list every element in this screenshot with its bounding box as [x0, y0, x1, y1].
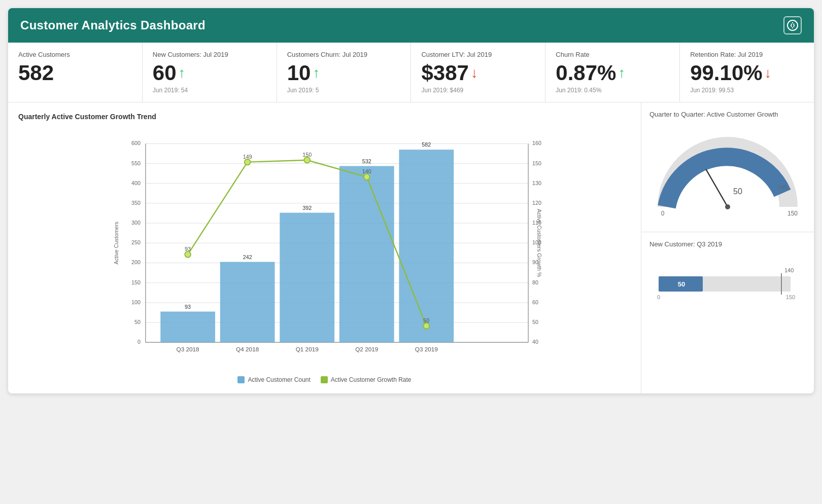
- dot-q2-2019: [364, 174, 370, 180]
- kpi-retention-value: 99.10% ↓: [690, 61, 804, 85]
- svg-text:200: 200: [131, 260, 141, 266]
- bar-label-q1-2019: 392: [302, 205, 312, 211]
- kpi-active-customers: Active Customers 582: [8, 43, 143, 102]
- kpi-churn-label: Customers Churn: Jul 2019: [287, 51, 401, 58]
- x-label-q4-2018: Q4 2018: [236, 346, 259, 352]
- kpi-ltv: Customer LTV: Jul 2019 $387 ↓ Jun 2019: …: [411, 43, 545, 102]
- bar-value-label: 50: [678, 280, 685, 288]
- kpi-retention-sub: Jun 2019: 99.53: [690, 87, 804, 94]
- new-customer-bar-svg: 50 140 0 150: [654, 266, 806, 307]
- dot-q3-2019: [423, 323, 429, 329]
- svg-text:550: 550: [131, 160, 141, 166]
- main-chart-svg: 0 50 100 150 200 250 300 350 400 550 600…: [18, 129, 631, 372]
- chart-section: Quarterly Active Customer Growth Trend: [8, 102, 641, 393]
- kpi-ltv-sub: Jun 2019: $469: [421, 87, 535, 94]
- legend-bar-color: [237, 376, 245, 383]
- kpi-churn: Customers Churn: Jul 2019 10 ↑ Jun 2019:…: [277, 43, 412, 102]
- bar-q2-2019: [339, 166, 394, 343]
- x-label-q3-2018: Q3 2018: [177, 346, 200, 352]
- bar-chart-container: 0 50 100 150 200 250 300 350 400 550 600…: [18, 129, 631, 372]
- kpi-new-customers-label: New Customers: Jul 2019: [153, 51, 266, 58]
- kpi-churn-rate-value: 0.87% ↑: [556, 61, 669, 85]
- x-label-q3-2019: Q3 2019: [415, 346, 438, 352]
- bar-section: New Customer: Q3 2019 50 140: [641, 232, 814, 321]
- dashboard-title: Customer Analytics Dashboard: [20, 18, 206, 32]
- svg-text:140: 140: [778, 184, 787, 190]
- svg-text:0: 0: [661, 210, 665, 217]
- kpi-ltv-label: Customer LTV: Jul 2019: [421, 51, 535, 58]
- dashboard: Customer Analytics Dashboard Active Cust…: [8, 8, 814, 393]
- gauge-value-label: 50: [733, 187, 742, 196]
- gauge-title: Quarter to Quarter: Active Customer Grow…: [649, 111, 806, 118]
- svg-point-0: [787, 20, 798, 30]
- svg-text:250: 250: [131, 239, 141, 245]
- svg-text:300: 300: [131, 220, 141, 226]
- svg-text:150: 150: [532, 160, 541, 166]
- scale-max: 150: [786, 294, 795, 300]
- svg-text:50: 50: [134, 319, 141, 325]
- bar-label-q2-2019: 532: [362, 158, 371, 164]
- kpi-active-customers-value: 582: [18, 61, 132, 85]
- dot-q4-2018: [245, 159, 251, 165]
- bar-section-title: New Customer: Q3 2019: [649, 240, 806, 248]
- svg-text:0: 0: [138, 339, 141, 345]
- kpi-active-customers-label: Active Customers: [18, 51, 132, 58]
- svg-text:50: 50: [532, 319, 538, 325]
- dashboard-header: Customer Analytics Dashboard: [8, 8, 814, 43]
- svg-text:100: 100: [131, 299, 141, 305]
- kpi-row: Active Customers 582 New Customers: Jul …: [8, 43, 814, 102]
- gauge-needle: [706, 170, 728, 207]
- bar-label-q3-2018: 93: [185, 304, 191, 310]
- bar-q4-2018: [220, 262, 275, 343]
- svg-text:40: 40: [532, 339, 538, 345]
- kpi-churn-sub: Jun 2019: 5: [287, 87, 401, 94]
- kpi-new-customers-value: 60 ↑: [153, 61, 266, 85]
- churn-arrow-up-icon: ↑: [313, 65, 320, 81]
- growth-label-q2-2019: 140: [362, 168, 371, 174]
- main-content: Quarterly Active Customer Growth Trend: [8, 102, 814, 393]
- x-label-q1-2019: Q1 2019: [296, 346, 319, 352]
- right-section: Quarter to Quarter: Active Customer Grow…: [641, 102, 814, 393]
- kpi-churn-rate: Churn Rate 0.87% ↑ Jun 2019: 0.45%: [545, 43, 680, 102]
- kpi-ltv-value: $387 ↓: [421, 61, 535, 85]
- x-label-q2-2019: Q2 2019: [355, 346, 378, 352]
- kpi-retention-label: Retention Rate: Jul 2019: [690, 51, 804, 58]
- chart-title: Quarterly Active Customer Growth Trend: [18, 113, 631, 121]
- ltv-arrow-down-icon: ↓: [471, 65, 478, 81]
- kpi-new-customers-sub: Jun 2019: 54: [153, 87, 266, 94]
- gauge-center: [725, 204, 730, 209]
- svg-text:160: 160: [532, 140, 541, 147]
- dot-q3-2018: [185, 251, 191, 258]
- growth-label-q3-2019: 50: [423, 317, 429, 323]
- chart-legend: Active Customer Count Active Customer Gr…: [18, 376, 631, 383]
- dot-q1-2019: [304, 157, 310, 163]
- bar-q3-2018: [160, 312, 215, 343]
- bar-q3-2019: [399, 150, 454, 342]
- legend-line-label: Active Customer Growth Rate: [331, 376, 412, 383]
- svg-text:150: 150: [131, 279, 141, 285]
- growth-label-q4-2018: 149: [243, 154, 252, 160]
- gauge-svg: 0 150 140 50: [652, 128, 804, 220]
- growth-label-q1-2019: 150: [302, 152, 312, 158]
- svg-text:120: 120: [532, 200, 541, 206]
- target-label: 140: [784, 267, 794, 273]
- bar-label-q3-2019: 582: [422, 141, 431, 148]
- svg-text:130: 130: [532, 180, 541, 186]
- legend-bar-label: Active Customer Count: [248, 376, 310, 383]
- svg-text:600: 600: [131, 140, 141, 147]
- svg-text:Active Customers Growth %: Active Customers Growth %: [536, 209, 542, 277]
- legend-line: Active Customer Growth Rate: [321, 376, 412, 383]
- svg-text:150: 150: [787, 210, 798, 217]
- kpi-churn-value: 10 ↑: [287, 61, 401, 85]
- svg-text:60: 60: [532, 299, 538, 305]
- kpi-retention: Retention Rate: Jul 2019 99.10% ↓ Jun 20…: [680, 43, 814, 102]
- kpi-churn-rate-label: Churn Rate: [556, 51, 669, 58]
- svg-text:400: 400: [131, 180, 141, 186]
- kpi-new-customers: New Customers: Jul 2019 60 ↑ Jun 2019: 5…: [143, 43, 277, 102]
- svg-text:80: 80: [532, 279, 538, 285]
- legend-line-color: [321, 376, 328, 383]
- growth-label-q3-2018: 93: [185, 246, 191, 252]
- kpi-churn-rate-sub: Jun 2019: 0.45%: [556, 87, 669, 94]
- arrow-up-icon: ↑: [179, 65, 186, 81]
- churn-rate-arrow-up-icon: ↑: [618, 65, 625, 81]
